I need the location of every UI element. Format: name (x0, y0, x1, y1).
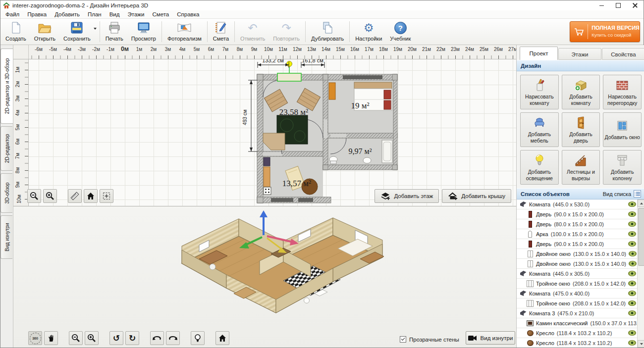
save-button[interactable]: Сохранить (59, 19, 95, 43)
minimize-button[interactable] (593, 0, 610, 10)
object-list-row[interactable]: Комната (445.0 x 530.0) (517, 199, 638, 209)
draw-room-button[interactable]: Нарисовать комнату (520, 75, 559, 109)
add-window-button[interactable]: Добавить окно (603, 112, 642, 147)
add-roof-button[interactable]: Добавить крышу (442, 189, 511, 203)
visibility-eye-icon[interactable] (628, 271, 636, 276)
lighting-button[interactable] (191, 331, 205, 345)
redo-button[interactable]: ↷ Повторить (269, 19, 304, 45)
object-list-row[interactable]: Дверь (90.0 x 15.0 x 200.0) (517, 239, 638, 249)
new-button[interactable]: Создать (1, 19, 30, 45)
add-lighting-button[interactable]: Добавить освещение (520, 150, 559, 185)
scrollbar-thumb[interactable] (638, 208, 644, 266)
menu-item[interactable]: Справка (173, 11, 203, 17)
fit-grid-button[interactable] (100, 189, 113, 203)
menu-item[interactable]: Добавить (51, 11, 84, 17)
object-list-row[interactable]: Кресло (118.4 x 103.2 x 110.2) (517, 338, 638, 348)
tab-project[interactable]: Проект (520, 47, 558, 60)
visibility-eye-icon[interactable] (628, 300, 636, 306)
object-list-row[interactable]: Арка (100.0 x 15.0 x 200.0) (517, 229, 638, 239)
pan-hand-button[interactable] (44, 331, 58, 345)
menu-item[interactable]: Этажи (124, 11, 149, 17)
list-view-mode-control[interactable]: Вид списка (603, 190, 641, 198)
add-furniture-button[interactable]: Добавить мебель (520, 112, 559, 147)
visibility-eye-icon[interactable] (629, 251, 637, 256)
zoom-in-2d-button[interactable] (43, 189, 57, 203)
object-list-row[interactable]: Комната (475.0 x 400.0) (517, 289, 638, 298)
tab-3d-view[interactable]: 3D-обзор (0, 173, 12, 213)
close-button[interactable] (627, 0, 644, 10)
object-list-row[interactable]: Кресло (118.4 x 103.2 x 110.2) (517, 328, 638, 338)
rotate-ccw-button[interactable]: ↺ (109, 331, 123, 345)
transparent-walls-checkbox[interactable] (400, 336, 406, 343)
save-dropdown-arrow[interactable] (93, 19, 98, 39)
zoom-out-2d-button[interactable] (27, 189, 41, 203)
menu-item[interactable]: Смета (148, 11, 173, 17)
orbit-right-button[interactable] (166, 331, 180, 345)
visibility-eye-icon[interactable] (628, 340, 636, 346)
scroll-up-arrow[interactable] (638, 199, 644, 207)
2d-editor-viewport[interactable]: 133,2 см 161,8 см 493 см 23,58 м² 19 м² … (13, 45, 516, 206)
tab-inside-view[interactable]: Вид изнутри (0, 215, 12, 259)
menu-item[interactable]: Файл (1, 11, 23, 17)
tab-properties[interactable]: Свойства (602, 48, 644, 60)
ruler-label: 3м (161, 45, 175, 52)
visibility-eye-icon[interactable] (628, 231, 636, 237)
tab-2d-editor-and-3d-view[interactable]: 2D-редактор и 3D-обзор (0, 49, 13, 124)
add-room-button[interactable]: Добавить комнату (562, 75, 600, 109)
visibility-eye-icon[interactable] (628, 310, 636, 316)
estimate-button[interactable]: Смета (209, 19, 233, 45)
tab-floors[interactable]: Этажи (558, 48, 601, 60)
visibility-eye-icon[interactable] (629, 261, 637, 266)
tutorial-button[interactable]: ? Учебник (386, 19, 415, 45)
object-list-row[interactable]: Камин классический (150.0 x 37.0 x 113.5… (517, 318, 638, 328)
object-list-row[interactable]: Двойное окно (130.0 x 15.0 x 140.0) (517, 259, 638, 269)
rotate-cw-button[interactable]: ↻ (125, 331, 139, 345)
transparent-walls-option[interactable]: Прозрачные стены (400, 336, 459, 343)
menu-item[interactable]: План (84, 11, 106, 17)
inside-view-button[interactable]: Вид изнутри (466, 331, 515, 345)
undo-button[interactable]: ↶ Отменить (236, 19, 269, 45)
zoom-out-3d-button[interactable] (69, 331, 83, 345)
visibility-eye-icon[interactable] (628, 221, 636, 227)
orbit-left-button[interactable] (150, 331, 164, 345)
home-2d-button[interactable] (84, 189, 98, 203)
object-list-scrollbar[interactable] (637, 199, 644, 348)
3d-viewport[interactable]: 360 ↺ ↻ (13, 206, 516, 348)
zoom-in-3d-button[interactable] (85, 331, 99, 345)
object-list-row[interactable]: Комната 3 (475.0 x 210.0) (517, 308, 638, 318)
object-list-row[interactable]: Тройное окно (208.0 x 15.0 x 142.0) (517, 279, 638, 289)
add-floor-button[interactable]: Добавить этаж (375, 189, 439, 203)
menu-item[interactable]: Вид (106, 11, 124, 17)
stairs-and-cutouts-button[interactable]: Лестницы и вырезы (562, 150, 600, 185)
add-column-button[interactable]: Добавить колонну (603, 150, 642, 185)
measure-ruler-button[interactable] (68, 189, 82, 203)
object-list-row[interactable]: Тройное окно (208.0 x 15.0 x 142.0) (517, 298, 638, 308)
visibility-eye-icon[interactable] (628, 211, 636, 217)
tab-2d-editor[interactable]: 2D-редактор (0, 126, 12, 171)
scroll-down-arrow[interactable] (638, 340, 644, 348)
maximize-button[interactable] (610, 0, 627, 10)
print-button[interactable]: Печать (102, 19, 127, 45)
object-list-row[interactable]: Дверь (80.0 x 15.0 x 200.0) (517, 219, 638, 229)
preview-button[interactable]: Просмотр (127, 19, 160, 45)
home-3d-button[interactable] (215, 331, 229, 345)
menu-item[interactable]: Правка (23, 11, 51, 17)
duplicate-button[interactable]: Дублировать (307, 19, 348, 45)
orbit-left-icon (152, 334, 162, 342)
visibility-eye-icon[interactable] (628, 291, 636, 296)
object-list-row[interactable]: Двойное окно (130.0 x 15.0 x 140.0) (517, 249, 638, 259)
ruler-label: -3м (75, 45, 89, 52)
rotate-360-button[interactable]: 360 (28, 331, 42, 345)
object-list-row[interactable]: Дверь (90.0 x 15.0 x 200.0) (517, 209, 638, 219)
full-version-button[interactable]: ПОЛНАЯ ВЕРСИЯ Купить со скидкой (570, 21, 640, 42)
draw-partition-button[interactable]: Нарисовать перегородку (603, 75, 642, 109)
visibility-eye-icon[interactable] (628, 281, 636, 286)
object-list-row[interactable]: Комната (445.0 x 305.0) (517, 269, 638, 279)
add-door-button[interactable]: Добавить дверь (562, 112, 600, 147)
visibility-eye-icon[interactable] (628, 330, 636, 336)
settings-button[interactable]: ⚙ Настройки (351, 19, 386, 45)
photorealism-button[interactable]: Фотореализм (163, 19, 206, 45)
visibility-eye-icon[interactable] (628, 201, 636, 207)
visibility-eye-icon[interactable] (628, 241, 636, 247)
open-button[interactable]: Открыть (30, 19, 59, 45)
